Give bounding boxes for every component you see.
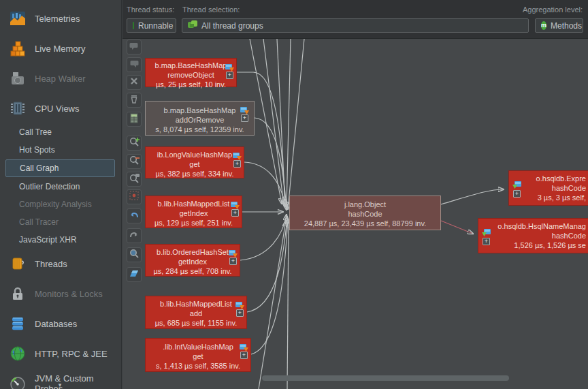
horizontal-scrollbar-thumb[interactable] — [262, 375, 509, 381]
expand-plus-button[interactable]: + — [483, 238, 490, 245]
node-method: removeObject — [146, 70, 236, 80]
graph-node-intvaluehashmap-get[interactable]: .lib.IntValueHashMap get s, 1,413 µs sel… — [145, 338, 251, 372]
aggregation-level-label: Aggregation level: — [523, 5, 583, 14]
node-method: addOrRemove — [146, 115, 254, 125]
sidebar-item-threads[interactable]: Threads — [0, 249, 121, 279]
globe-icon — [9, 345, 27, 362]
node-stats: s, 8,074 µs self, 12359 inv. — [146, 125, 254, 134]
thread-status-select[interactable]: Runnable — [127, 18, 176, 33]
sidebar-item-javascript-xhr[interactable]: JavaScript XHR — [0, 231, 121, 249]
profiler-window: Telemetries Live Memory Heap Walker — [0, 0, 588, 389]
redo-button[interactable] — [127, 228, 142, 243]
expand-callees-icon[interactable] — [232, 151, 242, 159]
sidebar-item-call-tree[interactable]: Call Tree — [0, 123, 121, 141]
node-class: b.map.BaseHashMap — [146, 61, 236, 70]
expand-plus-button[interactable]: + — [236, 309, 244, 317]
expand-callers-icon[interactable] — [512, 179, 522, 187]
graph-node-expression-hashcode[interactable]: o.hsqldb.Expre hashCode 3 µs, 3 µs self,… — [508, 170, 588, 206]
expand-plus-button[interactable]: + — [226, 72, 233, 79]
graph-node-hashmappedlist-getindex[interactable]: b.lib.HashMappedList getIndex µs, 129 µs… — [145, 196, 242, 228]
add-callees-button[interactable] — [127, 57, 142, 72]
sidebar-item-databases[interactable]: Databases — [0, 309, 121, 339]
remove-node-button[interactable] — [127, 75, 142, 90]
crosshair-icon — [129, 190, 140, 204]
sidebar-item-live-memory[interactable]: Live Memory — [0, 33, 121, 63]
node-method: get — [146, 352, 250, 361]
sidebar-item-label: Threads — [35, 259, 67, 269]
threads-icon — [9, 255, 27, 273]
sidebar-item-label: Call Graph — [20, 164, 59, 173]
graph-overview-button[interactable] — [127, 267, 142, 282]
expand-plus-button[interactable]: + — [231, 209, 239, 217]
sidebar-item-label: Complexity Analysis — [19, 200, 92, 209]
zoom-in-button[interactable] — [127, 136, 142, 151]
expand-callers-icon[interactable] — [482, 227, 491, 235]
zoom-out-icon — [129, 155, 140, 169]
sidebar-item-label: Monitors & Locks — [35, 289, 103, 299]
node-method: hashCode — [290, 209, 440, 219]
node-stats: µs, 129 µs self, 251 inv. — [146, 218, 242, 228]
expand-callees-icon[interactable] — [230, 200, 240, 208]
expand-plus-button[interactable]: + — [241, 114, 248, 122]
sidebar-item-label: HTTP, RPC & JEE — [35, 349, 108, 359]
graph-node-longvaluehashmap-get[interactable]: ib.LongValueHashMap get µs, 382 µs self,… — [145, 146, 244, 178]
sidebar-item-cpu-views[interactable]: CPU Views — [0, 93, 121, 123]
undo-button[interactable] — [127, 208, 142, 223]
clear-graph-button[interactable] — [127, 93, 142, 108]
add-callers-icon — [129, 40, 140, 54]
expand-plus-button[interactable]: + — [513, 190, 521, 198]
graph-node-orderedhashset-getindex[interactable]: b.lib.OrderedHashSet getIndex µs, 284 µs… — [145, 244, 240, 277]
graph-overview-icon — [129, 268, 140, 281]
telemetries-icon — [9, 10, 27, 27]
find-button[interactable] — [127, 247, 142, 262]
graph-node-hsqlnamemanager-hashcode[interactable]: o.hsqldb.HsqlNameManag hashCode 1,526 µs… — [478, 218, 588, 253]
graph-node-removeobject[interactable]: b.map.BaseHashMap removeObject µs, 25 µs… — [145, 58, 237, 87]
expand-callees-icon[interactable] — [240, 105, 249, 113]
node-stats: µs, 685 µs self, 1155 inv. — [146, 318, 246, 328]
sidebar-item-hot-spots[interactable]: Hot Spots — [0, 141, 121, 159]
node-method: getIndex — [146, 208, 242, 218]
node-class: .lib.IntValueHashMap — [146, 342, 250, 352]
thread-selection-value: All thread groups — [201, 21, 263, 31]
sidebar-item-label: CPU Views — [35, 104, 80, 114]
expand-plus-button[interactable]: + — [233, 160, 241, 168]
zoom-reset-button[interactable] — [127, 172, 142, 187]
node-stats: 3 µs, 3 µs self, — [509, 193, 588, 202]
expand-plus-button[interactable]: + — [240, 352, 248, 359]
show-call-tree-button[interactable] — [127, 112, 142, 127]
zoom-out-button[interactable] — [127, 154, 142, 169]
track-node-button[interactable] — [127, 189, 142, 204]
sidebar-item-telemetries[interactable]: Telemetries — [0, 3, 121, 33]
zoom-100-icon — [129, 172, 140, 187]
sidebar-item-label: Live Memory — [35, 44, 85, 54]
sidebar-item-label: Hot Spots — [19, 145, 55, 155]
node-class: b.lib.HashMappedList — [146, 299, 246, 309]
node-method: add — [146, 309, 246, 318]
sidebar-scroll-down-icon[interactable]: ▾ — [53, 382, 67, 389]
expand-callees-icon[interactable] — [235, 300, 244, 308]
sidebar-item-outlier-detection[interactable]: Outlier Detection — [0, 178, 121, 196]
sidebar-item-call-graph[interactable]: Call Graph — [5, 159, 115, 177]
sidebar-item-monitors-locks: Monitors & Locks — [0, 279, 121, 309]
aggregation-level-value: Methods — [551, 21, 582, 31]
thread-selection-select[interactable]: All thread groups — [182, 18, 529, 33]
expand-callees-icon[interactable] — [228, 248, 238, 256]
method-icon: m — [541, 21, 546, 30]
undo-icon — [129, 210, 140, 222]
graph-node-addorremove[interactable]: b.map.BaseHashMap addOrRemove s, 8,074 µ… — [145, 101, 255, 136]
sidebar-item-label: Call Tracer — [19, 217, 59, 227]
node-stats: µs, 25 µs self, 10 inv. — [146, 80, 236, 89]
graph-node-hashmappedlist-add[interactable]: b.lib.HashMappedList add µs, 685 µs self… — [145, 296, 247, 329]
redo-icon — [129, 230, 140, 242]
add-callers-button[interactable] — [127, 40, 142, 55]
expand-callees-icon[interactable] — [239, 342, 248, 350]
expand-plus-button[interactable]: + — [229, 258, 237, 265]
sidebar-item-http-rpc-jee[interactable]: HTTP, RPC & JEE — [0, 339, 121, 369]
graph-node-object-hashcode[interactable]: j.lang.Object hashCode 24,887 µs, 23,439… — [289, 196, 441, 230]
graph-canvas: b.map.BaseHashMap removeObject µs, 25 µs… — [144, 39, 588, 389]
node-class: ib.LongValueHashMap — [146, 150, 244, 159]
sidebar-item-label: Call Tree — [19, 127, 52, 137]
expand-callees-icon[interactable] — [225, 62, 234, 70]
aggregation-level-select[interactable]: m Methods — [535, 18, 583, 33]
sidebar: Telemetries Live Memory Heap Walker — [0, 0, 122, 389]
